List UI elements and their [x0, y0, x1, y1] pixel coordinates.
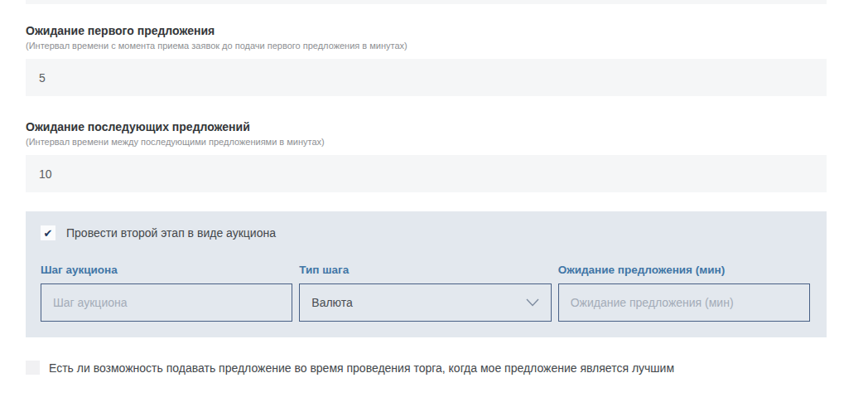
second-stage-auction-panel: ✔ Провести второй этап в виде аукциона Ш… [26, 211, 827, 337]
next-offers-wait-input[interactable] [26, 155, 827, 192]
step-type-label: Тип шага [299, 264, 551, 277]
second-stage-checkbox-row: ✔ Провести второй этап в виде аукциона [41, 225, 810, 240]
best-offer-checkbox-row: Есть ли возможность подавать предложение… [26, 361, 827, 375]
first-offer-wait-field: Ожидание первого предложения (Интервал в… [26, 24, 827, 96]
best-offer-checkbox[interactable] [26, 361, 40, 375]
offer-wait-column: Ожидание предложения (мин) [558, 264, 810, 322]
next-offers-wait-hint: (Интервал времени между последующими пре… [26, 137, 827, 148]
best-offer-checkbox-label: Есть ли возможность подавать предложение… [49, 361, 674, 375]
offer-wait-input[interactable] [571, 296, 798, 309]
auction-step-input[interactable] [53, 296, 280, 309]
next-offers-wait-label: Ожидание последующих предложений [26, 120, 827, 134]
first-offer-wait-hint: (Интервал времени с момента приема заяво… [26, 41, 827, 51]
auction-step-column: Шаг аукциона [41, 264, 292, 322]
offer-wait-label: Ожидание предложения (мин) [558, 264, 810, 277]
auction-params-row: Шаг аукциона Тип шага Валюта [41, 264, 810, 322]
auction-settings-form: Ожидание первого предложения (Интервал в… [0, 0, 868, 407]
chevron-down-icon [526, 298, 539, 307]
second-stage-checkbox[interactable]: ✔ [41, 225, 55, 240]
first-offer-wait-label: Ожидание первого предложения [26, 24, 827, 38]
step-type-selected-value: Валюта [311, 296, 353, 309]
first-offer-wait-input[interactable] [26, 59, 827, 96]
check-icon: ✔ [44, 228, 53, 239]
step-type-select[interactable]: Валюта [299, 283, 551, 322]
auction-step-field [41, 283, 292, 322]
cropped-input-above [26, 0, 827, 4]
second-stage-checkbox-label: Провести второй этап в виде аукциона [66, 226, 276, 240]
auction-step-label: Шаг аукциона [41, 264, 292, 277]
next-offers-wait-field: Ожидание последующих предложений (Интерв… [26, 120, 827, 192]
offer-wait-field [558, 283, 810, 322]
step-type-column: Тип шага Валюта [299, 264, 551, 322]
